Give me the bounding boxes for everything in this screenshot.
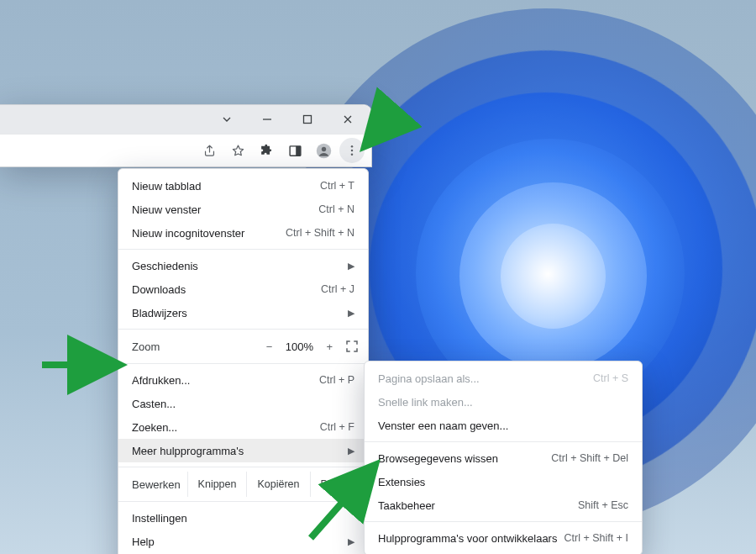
star-icon (231, 144, 245, 158)
close-icon (343, 114, 353, 124)
menu-separator (118, 329, 368, 330)
svg-point-4 (321, 146, 325, 150)
svg-point-3 (316, 143, 330, 157)
browser-toolbar (0, 134, 371, 166)
edit-copy-button[interactable]: Kopiëren (246, 472, 309, 497)
menu-label: Instellingen (132, 512, 354, 525)
chevron-right-icon: ▶ (348, 536, 354, 547)
menu-shortcut: Ctrl + S (593, 372, 628, 384)
menu-separator (365, 441, 642, 442)
submenu-item-clear-data[interactable]: Browsegegevens wissen Ctrl + Shift + Del (365, 446, 642, 470)
share-button[interactable] (197, 138, 222, 163)
chevron-right-icon: ▶ (348, 308, 354, 319)
menu-label: Taakbeheer (378, 499, 578, 512)
menu-label: Zoom (132, 340, 266, 353)
menu-label: Nieuw venster (132, 203, 318, 216)
menu-shortcut: Ctrl + N (318, 203, 354, 215)
menu-item-new-window[interactable]: Nieuw venster Ctrl + N (118, 198, 368, 221)
menu-label: Geschiedenis (132, 260, 348, 272)
menu-item-history[interactable]: Geschiedenis ▶ (118, 254, 368, 277)
menu-item-downloads[interactable]: Downloads Ctrl + J (118, 277, 368, 301)
svg-rect-2 (296, 145, 301, 155)
menu-shortcut: Ctrl + Shift + Del (551, 452, 628, 464)
menu-label: Bewerken (132, 478, 187, 491)
submenu-item-extensions[interactable]: Extensies (365, 470, 642, 493)
fullscreen-icon (344, 339, 360, 354)
chevron-down-icon (222, 114, 232, 124)
desktop-stage: Nieuw tabblad Ctrl + T Nieuw venster Ctr… (0, 0, 756, 554)
menu-label: Downloads (132, 283, 321, 296)
menu-label: Snelle link maken... (378, 396, 628, 409)
menu-label: Browsegegevens wissen (378, 452, 551, 465)
menu-label: Help (132, 536, 348, 548)
menu-shortcut: Ctrl + Shift + N (286, 227, 354, 239)
menu-shortcut: Ctrl + P (319, 374, 354, 386)
menu-separator (365, 521, 642, 522)
chevron-right-icon: ▶ (348, 446, 354, 456)
minimize-icon (262, 114, 272, 124)
menu-label: Nieuw incognitovenster (132, 227, 286, 240)
menu-shortcut: Ctrl + J (321, 283, 354, 295)
svg-point-7 (351, 153, 354, 156)
kebab-icon (345, 144, 359, 157)
svg-rect-1 (290, 145, 301, 155)
menu-separator (118, 249, 368, 250)
extensions-button[interactable] (254, 138, 279, 163)
submenu-item-dev-tools[interactable]: Hulpprogramma's voor ontwikkelaars Ctrl … (365, 526, 642, 550)
edit-paste-button[interactable]: Plakken (310, 472, 368, 497)
profile-icon (316, 143, 332, 159)
menu-label: Meer hulpprogramma's (132, 445, 348, 457)
menu-label: Afdrukken... (132, 374, 319, 387)
submenu-item-name-window[interactable]: Venster een naam geven... (365, 414, 642, 437)
menu-item-new-tab[interactable]: Nieuw tabblad Ctrl + T (118, 174, 368, 198)
menu-shortcut: Shift + Esc (578, 499, 628, 511)
menu-label: Extensies (378, 476, 628, 488)
menu-shortcut: Ctrl + F (320, 421, 354, 433)
menu-label: Zoeken... (132, 421, 320, 434)
kebab-menu-button[interactable] (339, 138, 365, 163)
chrome-main-menu: Nieuw tabblad Ctrl + T Nieuw venster Ctr… (118, 168, 369, 554)
menu-item-cast[interactable]: Casten... (118, 392, 368, 415)
profile-button[interactable] (311, 138, 336, 163)
menu-label: Casten... (132, 398, 354, 410)
menu-shortcut: Ctrl + T (320, 180, 354, 192)
zoom-out-button[interactable]: − (266, 340, 273, 353)
menu-item-settings[interactable]: Instellingen (118, 506, 368, 530)
menu-item-print[interactable]: Afdrukken... Ctrl + P (118, 368, 368, 392)
zoom-percent: 100% (284, 340, 314, 353)
menu-label: Hulpprogramma's voor ontwikkelaars (378, 532, 564, 545)
side-panel-button[interactable] (282, 138, 307, 163)
chrome-window (0, 104, 372, 167)
menu-item-more-tools[interactable]: Meer hulpprogramma's ▶ (118, 439, 368, 462)
maximize-button[interactable] (296, 108, 319, 131)
submenu-item-save-page[interactable]: Pagina opslaan als... Ctrl + S (365, 367, 642, 390)
menu-item-zoom: Zoom − 100% + (118, 334, 368, 359)
minimize-button[interactable] (255, 108, 279, 131)
close-button[interactable] (336, 108, 360, 131)
submenu-item-quick-link[interactable]: Snelle link maken... (365, 390, 642, 414)
edit-cut-button[interactable]: Knippen (187, 472, 247, 497)
panel-icon (288, 144, 302, 158)
menu-shortcut: Ctrl + Shift + I (564, 532, 628, 544)
bookmark-button[interactable] (225, 138, 250, 163)
chrome-more-tools-submenu: Pagina opslaan als... Ctrl + S Snelle li… (364, 361, 643, 554)
menu-item-bookmarks[interactable]: Bladwijzers ▶ (118, 301, 368, 324)
tabs-dropdown-button[interactable] (215, 108, 239, 131)
menu-item-new-incognito[interactable]: Nieuw incognitovenster Ctrl + Shift + N (118, 221, 368, 245)
maximize-icon (302, 114, 312, 124)
menu-separator (118, 363, 368, 364)
window-titlebar (0, 105, 371, 134)
puzzle-icon (260, 144, 274, 158)
menu-item-help[interactable]: Help ▶ (118, 530, 368, 553)
menu-item-find[interactable]: Zoeken... Ctrl + F (118, 415, 368, 439)
zoom-in-button[interactable]: + (326, 340, 333, 353)
fullscreen-button[interactable] (344, 339, 360, 354)
svg-rect-0 (304, 116, 312, 124)
menu-label: Nieuw tabblad (132, 180, 320, 193)
menu-separator (118, 467, 368, 467)
menu-item-edit: Bewerken Knippen Kopiëren Plakken (118, 472, 368, 497)
share-icon (202, 144, 217, 158)
submenu-item-task-manager[interactable]: Taakbeheer Shift + Esc (365, 493, 642, 517)
menu-label: Venster een naam geven... (378, 419, 628, 432)
menu-label: Pagina opslaan als... (378, 372, 593, 385)
